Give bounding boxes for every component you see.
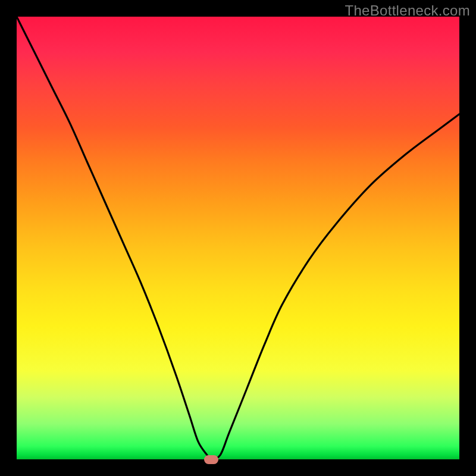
bottleneck-curve: [17, 17, 459, 459]
bottleneck-marker: [204, 455, 218, 464]
watermark-text: TheBottleneck.com: [345, 2, 470, 19]
chart-frame: TheBottleneck.com: [0, 0, 476, 476]
plot-area: [17, 17, 459, 459]
